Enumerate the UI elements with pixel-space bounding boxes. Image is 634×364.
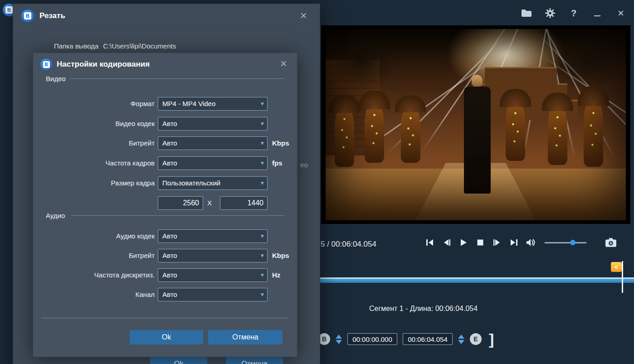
kbps-unit: Kbps bbox=[272, 249, 289, 262]
frame-rate-select[interactable]: Авто ▼ bbox=[158, 156, 268, 170]
size-separator-label: X bbox=[207, 196, 212, 210]
segment-title: Сегмент 1 - Длина: 00:06:04.054 bbox=[369, 305, 478, 313]
format-row: Формат MP4 - MP4 Video ▼ bbox=[33, 97, 297, 111]
video-codec-select[interactable]: Авто ▼ bbox=[158, 117, 268, 131]
end-badge[interactable]: E bbox=[470, 333, 482, 345]
close-icon[interactable]: × bbox=[615, 7, 627, 19]
open-folder-icon[interactable] bbox=[521, 7, 532, 19]
timeline-end-marker[interactable]: < bbox=[611, 262, 622, 272]
encoding-ok-button[interactable]: Ok bbox=[130, 330, 203, 345]
snapshot-camera-button[interactable] bbox=[605, 237, 616, 248]
sample-rate-label: Частота дискретиз. bbox=[33, 268, 155, 282]
end-time-stepper[interactable] bbox=[458, 335, 464, 344]
timeline-marker-pole bbox=[622, 261, 623, 293]
sample-rate-select[interactable]: Авто ▼ bbox=[158, 268, 268, 282]
segment-end-bracket-icon[interactable]: ] bbox=[489, 333, 494, 345]
timeline-track[interactable] bbox=[320, 277, 634, 283]
stepper-up-icon[interactable] bbox=[336, 335, 342, 339]
group-divider bbox=[71, 215, 284, 216]
transport-controls bbox=[424, 237, 616, 248]
frame-size-select[interactable]: Пользовательский ▼ bbox=[158, 176, 268, 190]
custom-size-row: X bbox=[33, 196, 297, 210]
prev-keyframe-button[interactable] bbox=[424, 237, 435, 248]
video-bitrate-label: Битрейт bbox=[33, 136, 155, 150]
chevron-down-icon: ▼ bbox=[261, 121, 264, 126]
main-window: B ? bbox=[0, 0, 634, 364]
next-frame-button[interactable] bbox=[492, 237, 502, 248]
volume-slider-track bbox=[545, 242, 586, 243]
chevron-down-icon: ▼ bbox=[261, 273, 264, 277]
volume-icon[interactable] bbox=[525, 237, 536, 248]
partial-hidden-label: ео bbox=[300, 161, 308, 169]
next-keyframe-button[interactable] bbox=[508, 237, 519, 248]
settings-gear-icon[interactable] bbox=[544, 7, 556, 19]
stepper-up-icon[interactable] bbox=[458, 335, 464, 339]
prev-frame-button[interactable] bbox=[441, 237, 452, 248]
video-bitrate-row: Битрейт Авто ▼ Kbps bbox=[33, 136, 297, 150]
output-folder-row: Папка вывода C:\Users\lipi\Documents bbox=[54, 42, 176, 50]
video-group-label: Видео bbox=[46, 75, 66, 83]
audio-bitrate-select[interactable]: Авто ▼ bbox=[158, 249, 268, 262]
audio-bitrate-label: Битрейт bbox=[33, 249, 155, 262]
chevron-down-icon: ▼ bbox=[261, 141, 264, 146]
encoding-settings-dialog: B Настройки кодирования × Видео Формат M… bbox=[33, 53, 297, 357]
fps-unit: fps bbox=[272, 156, 283, 170]
chevron-down-icon: ▼ bbox=[261, 102, 264, 106]
format-label: Формат bbox=[33, 97, 155, 111]
channel-select[interactable]: Авто ▼ bbox=[158, 288, 268, 301]
vignette bbox=[326, 29, 626, 220]
titlebar-toolbar: ? × bbox=[521, 7, 627, 19]
audio-bitrate-row: Битрейт Авто ▼ Kbps bbox=[33, 249, 297, 262]
encoding-cancel-button[interactable]: Отмена bbox=[208, 330, 283, 345]
start-time-stepper[interactable] bbox=[336, 335, 342, 344]
play-button[interactable] bbox=[458, 237, 469, 248]
hz-unit: Hz bbox=[272, 268, 280, 282]
channel-label: Канал bbox=[33, 288, 155, 301]
stepper-down-icon[interactable] bbox=[458, 340, 464, 344]
audio-codec-row: Аудио кодек Авто ▼ bbox=[33, 229, 297, 243]
group-divider bbox=[69, 78, 284, 79]
chevron-down-icon: ▼ bbox=[261, 181, 264, 185]
dialog-logo-icon: B bbox=[21, 10, 34, 22]
video-bitrate-select[interactable]: Авто ▼ bbox=[158, 136, 268, 150]
footer-divider bbox=[41, 318, 289, 318]
stop-button[interactable] bbox=[475, 237, 486, 248]
video-codec-label: Видео кодек bbox=[33, 117, 155, 131]
chevron-down-icon: ▼ bbox=[261, 161, 264, 165]
chevron-down-icon: ▼ bbox=[261, 292, 264, 297]
cut-dialog-title: Резать bbox=[39, 11, 65, 20]
dialog-logo-icon: B bbox=[40, 58, 52, 70]
close-icon[interactable]: × bbox=[300, 10, 307, 21]
frame-rate-row: Частота кадров Авто ▼ fps bbox=[33, 156, 297, 170]
format-select[interactable]: MP4 - MP4 Video ▼ bbox=[158, 97, 268, 111]
segment-end-time-field[interactable] bbox=[403, 333, 453, 345]
frame-width-field[interactable] bbox=[158, 196, 203, 210]
video-frame-image bbox=[326, 29, 626, 220]
frame-size-label: Размер кадра bbox=[33, 176, 155, 190]
video-preview bbox=[321, 25, 630, 224]
frame-size-row: Размер кадра Пользовательский ▼ bbox=[33, 176, 297, 190]
playback-time: 5 / 00:06:04.054 bbox=[321, 240, 376, 249]
output-folder-label: Папка вывода bbox=[54, 42, 98, 50]
video-codec-row: Видео кодек Авто ▼ bbox=[33, 117, 297, 131]
volume-slider[interactable] bbox=[545, 239, 586, 246]
channel-row: Канал Авто ▼ bbox=[33, 288, 297, 301]
frame-height-field[interactable] bbox=[220, 196, 268, 210]
volume-slider-thumb[interactable] bbox=[570, 240, 575, 245]
minimize-icon[interactable] bbox=[591, 7, 603, 19]
sample-rate-row: Частота дискретиз. Авто ▼ Hz bbox=[33, 268, 297, 282]
stepper-down-icon[interactable] bbox=[336, 340, 342, 344]
segment-controls: B E ] bbox=[318, 333, 494, 345]
output-folder-path[interactable]: C:\Users\lipi\Documents bbox=[103, 42, 176, 50]
frame-rate-label: Частота кадров bbox=[33, 156, 155, 170]
audio-codec-label: Аудио кодек bbox=[33, 229, 155, 243]
audio-group-label: Аудио bbox=[46, 212, 65, 219]
audio-codec-select[interactable]: Авто ▼ bbox=[158, 229, 268, 243]
chevron-down-icon: ▼ bbox=[261, 234, 264, 238]
help-icon[interactable]: ? bbox=[568, 7, 580, 19]
close-icon[interactable]: × bbox=[280, 58, 287, 69]
kbps-unit: Kbps bbox=[272, 136, 289, 150]
segment-start-time-field[interactable] bbox=[347, 333, 397, 345]
encoding-dialog-title: Настройки кодирования bbox=[57, 60, 150, 69]
app-logo-letter: B bbox=[5, 6, 13, 14]
